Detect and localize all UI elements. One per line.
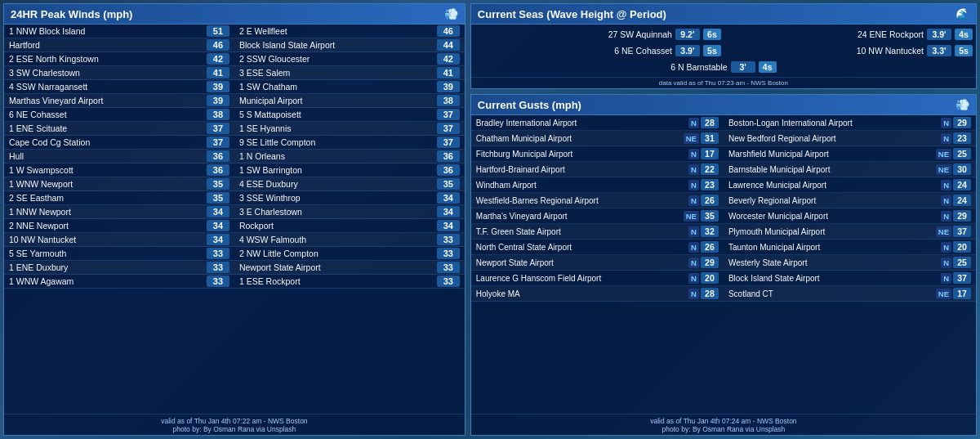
gusts-panel-title: Current Gusts (mph) [478, 99, 581, 111]
gusts-direction: N [688, 289, 699, 299]
gusts-location: Fitchburg Municipal Airport [476, 150, 688, 159]
seas-period: 6s [703, 29, 721, 40]
wind-value: 37 [437, 137, 460, 148]
seas-height: 3' [731, 61, 755, 73]
wind-col-left: 1 NNW Block Island51Hartford462 ESE Nort… [4, 25, 234, 414]
wind-value: 37 [437, 123, 460, 134]
gusts-speed: 24 [953, 179, 971, 190]
wind-panel-header: 24HR Peak Winds (mph) 💨 [4, 4, 465, 25]
gusts-speed: 26 [701, 195, 719, 206]
gusts-speed: 31 [701, 132, 719, 144]
gusts-direction: N [688, 180, 699, 190]
gusts-location: Martha's Vineyard Airport [476, 212, 684, 221]
wind-icon: 💨 [444, 7, 458, 20]
wind-location: 6 NE Cohasset [9, 110, 207, 119]
wind-location: 4 SSW Narragansett [9, 82, 207, 92]
gusts-row: North Central State AirportN26 [471, 240, 724, 255]
wind-row: Marthas Vineyard Airport39 [4, 94, 234, 108]
gusts-badge: N24 [941, 195, 971, 206]
wind-value: 46 [437, 25, 460, 37]
wind-location: 4 WSW Falmouth [239, 235, 437, 244]
gusts-badge: NE25 [936, 148, 971, 159]
gusts-direction: N [941, 211, 951, 222]
gusts-badge: N23 [688, 179, 719, 190]
gusts-row: Block Island State AirportN37 [724, 271, 976, 286]
seas-row: 24 ENE Rockport3.9'4s [726, 27, 973, 42]
wind-row: 5 S Mattapoisett37 [234, 108, 465, 122]
wind-value: 38 [207, 109, 229, 120]
gusts-location: Westfield-Barnes Regional Airport [476, 196, 688, 205]
gusts-col-right: Boston-Logan International AirportN29New… [724, 115, 976, 414]
gusts-location: Holyoke MA [476, 289, 688, 298]
seas-row: 6 NE Cohasset3.9'5s [474, 43, 721, 58]
wind-value: 35 [207, 192, 229, 204]
gusts-location: Block Island State Airport [728, 274, 941, 283]
wind-location: Marthas Vineyard Airport [9, 96, 207, 105]
gusts-location: Laurence G Hanscom Field Airport [476, 274, 688, 283]
gusts-row: Westerly State AirportN25 [724, 255, 976, 271]
wind-location: 1 NNW Newport [9, 207, 207, 217]
wind-value: 34 [207, 220, 229, 231]
gusts-row: Beverly Regional AirportN24 [724, 193, 976, 208]
wind-value: 33 [437, 275, 460, 287]
seas-location: 6 NE Cohasset [474, 46, 672, 56]
wind-row: 3 ESE Salem41 [234, 66, 465, 80]
gusts-location: Taunton Municipal Airport [728, 243, 941, 252]
gusts-direction: NE [936, 226, 951, 237]
gusts-badge: N32 [688, 226, 719, 237]
wind-row: 5 SE Yarmouth33 [4, 247, 234, 261]
wind-location: 3 ESE Salem [239, 68, 437, 78]
gusts-badge: N20 [941, 241, 971, 253]
gusts-speed: 29 [953, 117, 971, 128]
wind-location: 9 SE Little Compton [239, 137, 437, 147]
seas-period: 4s [955, 29, 973, 40]
gusts-row: Taunton Municipal AirportN20 [724, 240, 976, 255]
gusts-row: Worcester Municipal AirportN29 [724, 208, 976, 224]
gusts-speed: 32 [701, 226, 719, 237]
wind-value: 36 [437, 164, 460, 176]
gusts-direction: N [688, 273, 699, 284]
gusts-footer-line1: valid as of Thu Jan 4th 07:24 am - NWS B… [473, 417, 974, 425]
gusts-row: Holyoke MAN28 [471, 286, 724, 302]
wind-row: Hartford46 [4, 38, 234, 52]
gusts-row: Chatham Municipal AirportNE31 [471, 131, 724, 146]
gusts-direction: N [941, 133, 951, 144]
gusts-speed: 25 [953, 257, 971, 268]
wind-value: 41 [207, 67, 229, 78]
gusts-row: Marshfield Municipal AirportNE25 [724, 146, 976, 162]
wind-value: 46 [207, 39, 229, 51]
gusts-direction: N [688, 226, 699, 237]
seas-center-row: 6 N Barnstable3'4s [474, 60, 973, 74]
wind-location: Newport State Airport [239, 262, 437, 272]
wind-location: 2 NW Little Compton [239, 249, 437, 258]
wind-row: 1 WNW Newport35 [4, 177, 234, 191]
wind-value: 34 [437, 192, 460, 204]
gusts-direction: N [941, 180, 951, 190]
wind-value: 42 [437, 53, 460, 65]
seas-location: 6 N Barnstable [670, 62, 727, 72]
wind-row: 1 SW Barrington36 [234, 164, 465, 177]
wind-row: 1 WNW Agawam33 [4, 275, 234, 289]
gusts-badge: NE30 [936, 164, 971, 175]
wind-location: 2 ESE North Kingstown [9, 54, 207, 64]
wind-value: 37 [437, 109, 460, 120]
wind-value: 37 [207, 137, 229, 148]
right-panel: Current Seas (Wave Height @ Period) 🌊 27… [470, 3, 977, 436]
wind-location: 1 WNW Agawam [9, 276, 207, 286]
wind-row: Hull36 [4, 150, 234, 164]
gusts-row: Barnstable Municipal AirportNE30 [724, 162, 976, 177]
wind-value: 34 [207, 206, 229, 217]
wind-location: Block Island State Airport [239, 40, 437, 50]
seas-row: 10 NW Nantucket3.3'5s [726, 43, 973, 58]
gusts-direction: NE [936, 164, 951, 175]
gusts-row: T.F. Green State AirportN32 [471, 224, 724, 240]
wind-location: Rockport [239, 221, 437, 231]
wind-row: 1 N Orleans36 [234, 150, 465, 164]
gusts-location: North Central State Airport [476, 243, 688, 252]
wind-value: 34 [437, 206, 460, 217]
wind-value: 33 [437, 234, 460, 245]
wind-location: 1 N Orleans [239, 151, 437, 161]
wind-location: Municipal Airport [239, 96, 437, 105]
wind-value: 51 [207, 25, 229, 37]
gusts-speed: 37 [953, 272, 971, 284]
